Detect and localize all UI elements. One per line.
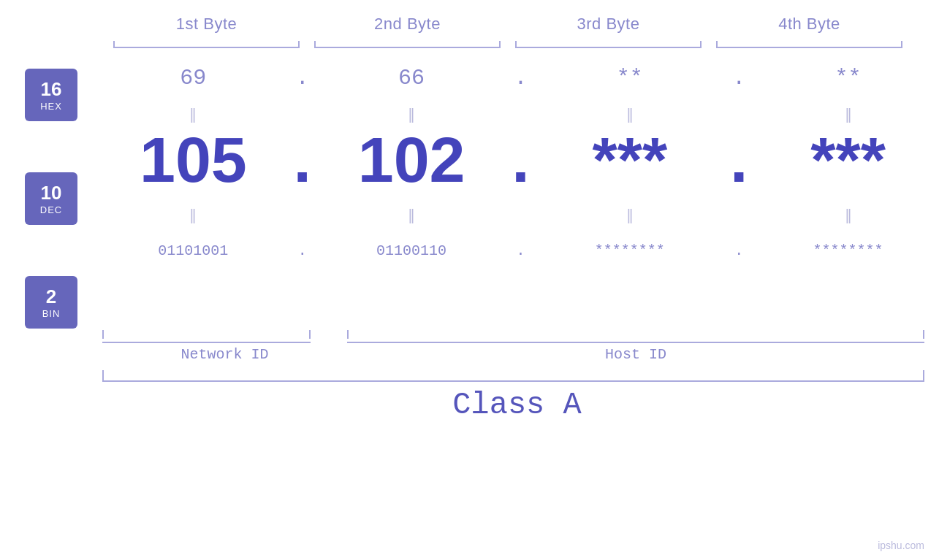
- eq2-2-cell: ‖: [321, 206, 503, 223]
- eq4-cell: ‖: [757, 105, 939, 123]
- bracket-b4: [716, 39, 902, 53]
- dec-eq-row: ‖ ‖ ‖ ‖: [102, 204, 939, 225]
- dec-b1-cell: 105: [102, 128, 284, 192]
- hex-sep2: .: [503, 66, 539, 91]
- dec-sep2: .: [503, 128, 539, 192]
- byte4-header: 4th Byte: [709, 15, 910, 34]
- dec-badge-num: 10: [41, 182, 62, 204]
- hex-values-row: 69 . 66 . ** . **: [102, 53, 939, 104]
- dec-dot3: .: [730, 123, 748, 196]
- dec-b4-value: ***: [810, 123, 886, 196]
- hex-b2-cell: 66: [321, 66, 503, 91]
- eq3-cell: ‖: [539, 105, 721, 123]
- full-bracket: [102, 369, 924, 383]
- bracket-b3: [515, 39, 702, 53]
- hex-b3-cell: **: [539, 66, 721, 91]
- class-label: Class A: [452, 388, 581, 423]
- eq1-cell: ‖: [102, 105, 284, 123]
- eq2-4: ‖: [845, 207, 852, 223]
- eq2-2: ‖: [408, 207, 415, 223]
- byte-headers: 1st Byte 2nd Byte 3rd Byte 4th Byte: [106, 15, 910, 34]
- byte3-header: 3rd Byte: [508, 15, 709, 34]
- main-container: 1st Byte 2nd Byte 3rd Byte 4th Byte: [0, 0, 939, 560]
- hex-b2-value: 66: [398, 66, 425, 91]
- nid-label-row: Network ID Host ID: [102, 346, 932, 363]
- bin-sep1: .: [284, 242, 321, 259]
- dec-b2-cell: 102: [321, 128, 503, 192]
- values-column: 69 . 66 . ** . **: [102, 53, 939, 329]
- bin-b3-value: ********: [595, 242, 665, 259]
- hex-dot3: .: [732, 66, 745, 91]
- byte1-header: 1st Byte: [106, 15, 307, 34]
- bin-b1-value: 01101001: [158, 242, 228, 259]
- bin-dot2: .: [516, 242, 525, 259]
- bin-sep2: .: [503, 242, 539, 259]
- hex-b4-value: **: [835, 66, 862, 91]
- host-id-label: Host ID: [347, 346, 924, 363]
- hex-eq-row: ‖ ‖ ‖ ‖: [102, 104, 939, 124]
- watermark: ipshu.com: [878, 540, 924, 551]
- eq2-4-cell: ‖: [757, 206, 939, 223]
- bin-badge-base: BIN: [42, 308, 61, 319]
- dec-badge-base: DEC: [40, 204, 62, 215]
- nid-bracket-row: [102, 330, 932, 345]
- hex-badge-base: HEX: [40, 101, 62, 112]
- eq4: ‖: [845, 106, 852, 122]
- bin-values-row: 01101001 . 01100110 . ******** .: [102, 225, 939, 276]
- eq2: ‖: [408, 106, 415, 122]
- hex-dot1: .: [296, 66, 309, 91]
- dec-badge-wrapper: 10 DEC: [25, 172, 77, 225]
- bin-sep3: .: [721, 242, 757, 259]
- hex-b1-value: 69: [180, 66, 206, 91]
- dec-dot2: .: [512, 123, 529, 196]
- dec-b4-cell: ***: [757, 128, 939, 192]
- dec-b2-value: 102: [358, 123, 465, 196]
- dec-sep3: .: [721, 128, 757, 192]
- dec-b3-value: ***: [593, 123, 668, 196]
- hex-badge-wrapper: 16 HEX: [25, 69, 77, 121]
- bin-badge-num: 2: [46, 285, 56, 308]
- bin-dot1: .: [298, 242, 307, 259]
- bin-b2-cell: 01100110: [321, 242, 503, 259]
- bin-badge: 2 BIN: [25, 276, 77, 329]
- eq3: ‖: [626, 106, 634, 122]
- bin-badge-wrapper: 2 BIN: [25, 276, 77, 329]
- nid-bracket-section: Network ID Host ID: [102, 330, 932, 363]
- labels-column: 16 HEX 10 DEC 2 BIN: [0, 53, 102, 329]
- eq1: ‖: [189, 106, 197, 122]
- byte2-header: 2nd Byte: [307, 15, 508, 34]
- hex-badge: 16 HEX: [25, 69, 77, 121]
- bin-b1-cell: 01101001: [102, 242, 284, 259]
- dec-b3-cell: ***: [539, 128, 721, 192]
- dec-values-row: 105 . 102 . *** . ***: [102, 124, 939, 204]
- bin-b3-cell: ********: [539, 242, 721, 259]
- bin-dot3: .: [734, 242, 743, 259]
- rows-wrapper: 16 HEX 10 DEC 2 BIN: [0, 53, 939, 329]
- eq2-3: ‖: [626, 207, 634, 223]
- bin-b2-value: 01100110: [376, 242, 446, 259]
- class-row: Class A: [102, 388, 932, 423]
- hex-badge-num: 16: [41, 78, 62, 101]
- bin-b4-value: ********: [813, 242, 883, 259]
- hex-b1-cell: 69: [102, 66, 284, 91]
- hex-sep1: .: [284, 66, 321, 91]
- eq2-1-cell: ‖: [102, 206, 284, 223]
- eq2-1: ‖: [189, 207, 197, 223]
- host-id-bracket: [347, 330, 924, 345]
- eq2-3-cell: ‖: [539, 206, 721, 223]
- dec-badge: 10 DEC: [25, 172, 77, 225]
- dec-dot1: .: [294, 123, 311, 196]
- hex-b4-cell: **: [757, 66, 939, 91]
- top-brackets: [106, 39, 910, 53]
- hex-sep3: .: [721, 66, 757, 91]
- dec-b1-value: 105: [140, 123, 247, 196]
- bracket-b2: [314, 39, 501, 53]
- network-id-bracket: [102, 330, 311, 345]
- eq2-cell: ‖: [321, 105, 503, 123]
- bracket-b1: [113, 39, 300, 53]
- hex-b3-value: **: [617, 66, 643, 91]
- dec-sep1: .: [284, 128, 321, 192]
- full-bracket-section: [102, 369, 932, 383]
- network-id-label: Network ID: [102, 346, 347, 363]
- hex-dot2: .: [514, 66, 527, 91]
